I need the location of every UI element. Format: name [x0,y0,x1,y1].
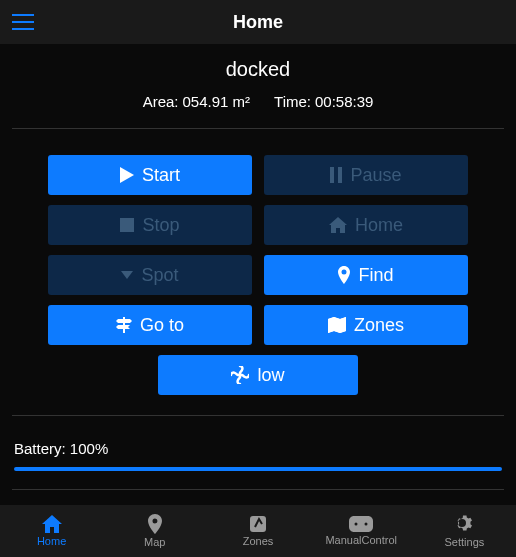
nav-home[interactable]: Home [0,505,103,557]
svg-rect-0 [330,167,334,183]
gear-icon [454,514,474,534]
time-label: Time: [274,93,311,110]
pin-icon [338,266,350,284]
menu-icon[interactable] [12,14,34,30]
stop-icon [120,218,134,232]
low-row: low [48,355,468,395]
status-block: docked Area:054.91 m² Time:00:58:39 [0,44,516,120]
battery-section: Battery: 100% [0,424,516,471]
divider [12,489,504,490]
pause-icon [330,167,342,183]
home-icon [42,515,62,533]
stat-area: Area:054.91 m² [143,93,250,110]
goto-label: Go to [140,315,184,336]
spot-label: Spot [141,265,178,286]
svg-point-5 [355,523,358,526]
fan-icon [231,366,249,384]
svg-rect-4 [250,516,266,532]
pin-icon [148,514,162,534]
nav-map[interactable]: Map [103,505,206,557]
home-label: Home [355,215,403,236]
page-title: Home [233,12,283,33]
stat-time: Time:00:58:39 [274,93,373,110]
area-label: Area: [143,93,179,110]
bottom-nav: Home Map Zones ManualControl Settings [0,505,516,557]
goto-button[interactable]: Go to [48,305,252,345]
low-label: low [257,365,284,386]
share-icon [249,515,267,533]
home-button[interactable]: Home [264,205,468,245]
find-label: Find [358,265,393,286]
nav-manual[interactable]: ManualControl [310,505,413,557]
home-icon [329,217,347,233]
signpost-icon [116,317,132,333]
find-button[interactable]: Find [264,255,468,295]
stop-label: Stop [142,215,179,236]
area-value: 054.91 m² [182,93,250,110]
chevron-down-icon [121,271,133,279]
top-bar: Home [0,0,516,44]
divider [12,415,504,416]
nav-map-label: Map [144,536,165,548]
nav-settings-label: Settings [445,536,485,548]
divider [12,128,504,129]
nav-zones-label: Zones [243,535,274,547]
nav-home-label: Home [37,535,66,547]
nav-manual-label: ManualControl [325,534,397,546]
low-button[interactable]: low [158,355,358,395]
pause-button[interactable]: Pause [264,155,468,195]
nav-settings[interactable]: Settings [413,505,516,557]
battery-label: Battery: 100% [14,440,502,457]
play-icon [120,167,134,183]
battery-bar [14,467,502,471]
nav-zones[interactable]: Zones [206,505,309,557]
stop-button[interactable]: Stop [48,205,252,245]
gamepad-icon [349,516,373,532]
svg-rect-1 [338,167,342,183]
start-label: Start [142,165,180,186]
zones-button[interactable]: Zones [264,305,468,345]
zones-label: Zones [354,315,404,336]
map-icon [328,317,346,333]
spot-button[interactable]: Spot [48,255,252,295]
status-state: docked [0,58,516,81]
time-value: 00:58:39 [315,93,373,110]
pause-label: Pause [350,165,401,186]
svg-point-6 [365,523,368,526]
start-button[interactable]: Start [48,155,252,195]
svg-rect-2 [120,218,134,232]
button-grid: Start Pause Stop Home Spot Find Go to Zo… [0,137,516,395]
stats-row: Area:054.91 m² Time:00:58:39 [0,93,516,110]
